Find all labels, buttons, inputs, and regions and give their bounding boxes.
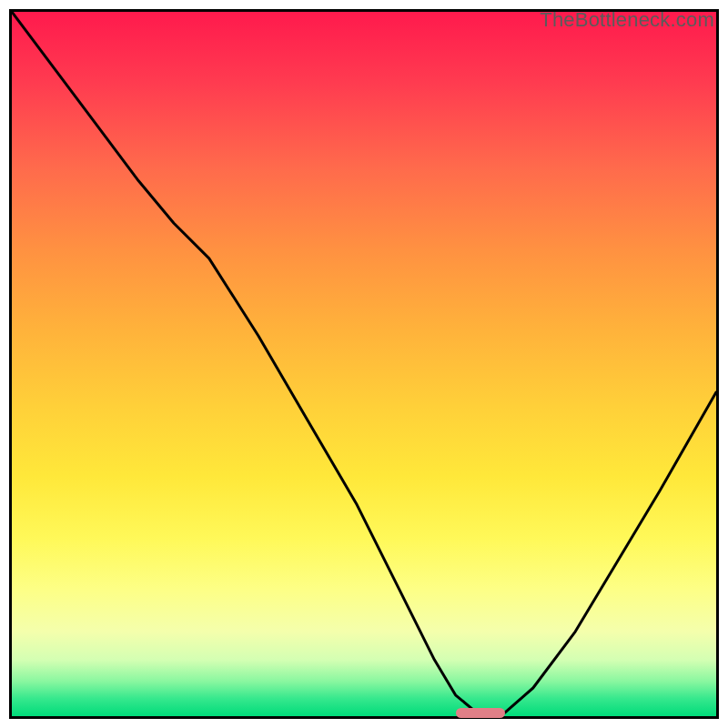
chart-frame: TheBottleneck.com: [9, 9, 719, 719]
optimal-marker: [456, 708, 505, 718]
bottleneck-curve: [12, 12, 716, 716]
